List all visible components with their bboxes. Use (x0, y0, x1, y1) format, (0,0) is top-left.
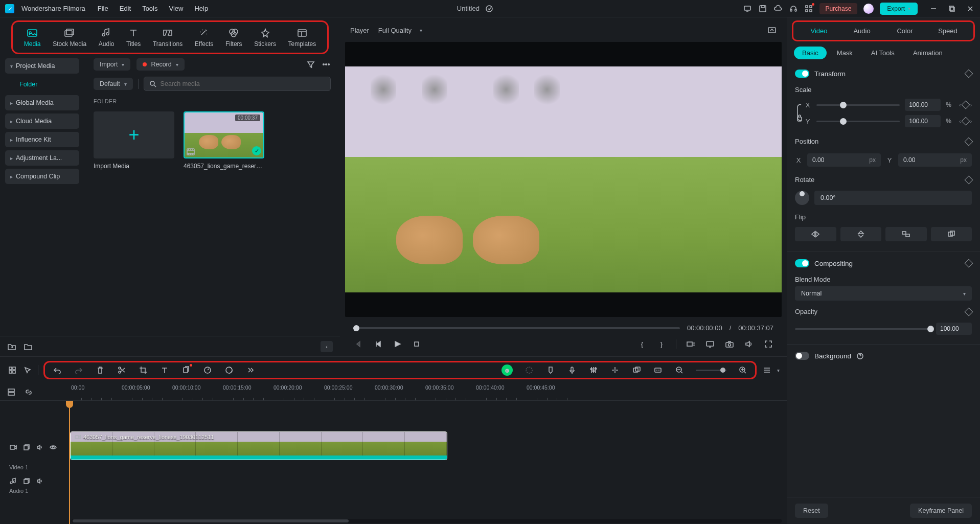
undo-button[interactable] (52, 365, 62, 375)
close-button[interactable] (966, 4, 975, 13)
tab-audio[interactable]: Audio (93, 25, 120, 50)
sidebar-item-adjustment-layer[interactable]: ▸Adjustment La... (5, 150, 79, 166)
zoom-slider[interactable] (696, 370, 726, 371)
save-icon[interactable] (758, 4, 767, 13)
new-bin-button[interactable] (24, 342, 33, 351)
menu-file[interactable]: File (98, 5, 108, 12)
zoom-in-button[interactable] (738, 365, 748, 375)
track-mute-icon[interactable] (36, 443, 44, 451)
timeline-link-icon[interactable] (24, 387, 34, 397)
timeline-scrollbar[interactable] (72, 519, 782, 523)
position-y-field[interactable]: 0.00px (898, 153, 972, 167)
track-visibility-icon[interactable] (49, 443, 57, 451)
sidebar-item-cloud-media[interactable]: ▸Cloud Media (5, 113, 79, 129)
timeline-view-chevron[interactable]: ▾ (777, 368, 780, 373)
subtab-animation[interactable]: Animation (905, 47, 951, 59)
rotate-keyframe-icon[interactable] (965, 175, 973, 184)
subtab-ai-tools[interactable]: AI Tools (863, 47, 903, 59)
export-button[interactable]: Export▾ (880, 3, 918, 15)
monitor-icon[interactable] (743, 4, 752, 13)
timeline-layers-icon[interactable] (6, 387, 16, 397)
stop-button[interactable] (412, 339, 422, 349)
play-button[interactable] (392, 339, 402, 349)
speed-button[interactable] (202, 365, 213, 375)
snapshot-button[interactable] (724, 339, 735, 349)
audio-track-duplicate-icon[interactable] (22, 477, 31, 485)
sidebar-item-global-media[interactable]: ▸Global Media (5, 95, 79, 110)
sidebar-item-compound-clip[interactable]: ▸Compound Clip (5, 169, 79, 184)
compositing-toggle[interactable] (795, 259, 809, 267)
step-back-button[interactable] (373, 339, 383, 349)
sidebar-item-project-media[interactable]: ▾Project Media (5, 58, 79, 74)
flip-copy-button[interactable] (931, 227, 972, 241)
scrub-bar[interactable] (353, 327, 680, 329)
delete-button[interactable] (95, 365, 105, 375)
opacity-keyframe-icon[interactable] (965, 307, 973, 316)
tab-templates[interactable]: Templates (282, 25, 322, 50)
tab-filters[interactable]: Filters (219, 25, 248, 50)
search-input[interactable] (161, 80, 325, 87)
sort-dropdown[interactable]: Default▾ (94, 78, 133, 90)
record-dropdown[interactable]: Record▾ (136, 58, 184, 71)
display-button[interactable] (705, 339, 715, 349)
sidebar-sub-folder[interactable]: Folder (5, 77, 79, 92)
fullscreen-button[interactable] (763, 339, 773, 349)
user-avatar[interactable] (863, 4, 874, 14)
audio-mixer-button[interactable] (588, 365, 599, 375)
timeline-select-icon[interactable] (22, 365, 33, 375)
transform-toggle[interactable] (795, 70, 809, 78)
opacity-slider[interactable] (795, 328, 931, 330)
tab-stock-media[interactable]: Stock Media (47, 25, 93, 50)
copy-button[interactable] (181, 365, 191, 375)
zoom-out-button[interactable] (674, 365, 685, 375)
cloud-sync-icon[interactable] (485, 4, 494, 13)
rotate-dial[interactable] (795, 191, 809, 205)
tab-stickers[interactable]: Stickers (248, 25, 282, 50)
compositing-keyframe-icon[interactable] (965, 259, 973, 268)
timeline-view-button[interactable] (762, 365, 772, 375)
flip-horizontal-button[interactable] (795, 227, 836, 241)
marker-button[interactable] (545, 365, 556, 375)
inspector-tab-color[interactable]: Color (883, 25, 926, 37)
prev-button[interactable] (353, 339, 363, 349)
reset-button[interactable]: Reset (795, 504, 828, 518)
tab-effects[interactable]: Effects (189, 25, 219, 50)
position-keyframe-icon[interactable] (965, 137, 973, 146)
tab-titles[interactable]: Titles (120, 25, 147, 50)
media-clip-tile[interactable]: 00:00:37 ✓ 463057_lions_game_reserve_... (184, 111, 264, 170)
menu-view[interactable]: View (169, 5, 183, 12)
cloud-icon[interactable] (773, 4, 783, 13)
keyframe-tl-button[interactable] (631, 365, 642, 375)
scale-y-keyframe-icon[interactable] (961, 117, 970, 126)
tab-transitions[interactable]: Transitions (147, 25, 189, 50)
more-menu-button[interactable] (322, 60, 331, 69)
redo-button[interactable] (74, 365, 84, 375)
player-viewport[interactable] (345, 42, 782, 317)
flip-both-button[interactable] (885, 227, 927, 241)
text-button[interactable] (159, 365, 170, 375)
transform-keyframe-icon[interactable] (965, 70, 973, 78)
background-toggle[interactable] (795, 352, 809, 360)
link-xy-icon[interactable] (796, 103, 803, 123)
tab-media[interactable]: Media (18, 25, 47, 50)
menu-help[interactable]: Help (194, 5, 208, 12)
voiceover-button[interactable] (567, 365, 577, 375)
caption-button[interactable] (653, 365, 663, 375)
inspector-tab-audio[interactable]: Audio (840, 25, 883, 37)
scale-y-field[interactable] (905, 115, 941, 127)
menu-tools[interactable]: Tools (142, 5, 157, 12)
import-dropdown[interactable]: Import▾ (94, 58, 130, 71)
timeline-grid-icon[interactable] (7, 365, 17, 375)
scale-x-field[interactable] (905, 99, 941, 111)
timeline-ruler[interactable]: 00:0000:00:05:0000:00:10:0000:00:15:0000… (69, 383, 787, 400)
apps-icon[interactable] (804, 4, 813, 13)
auto-beat-button[interactable] (610, 365, 620, 375)
split-button[interactable] (117, 365, 127, 375)
keyframe-panel-button[interactable]: Keyframe Panel (910, 504, 972, 518)
blend-mode-select[interactable]: Normal▾ (795, 286, 972, 301)
render-button[interactable] (524, 365, 534, 375)
inspector-tab-speed[interactable]: Speed (926, 25, 969, 37)
collapse-sidebar-button[interactable]: ‹ (321, 341, 333, 352)
scale-x-keyframe-icon[interactable] (961, 101, 970, 109)
subtab-mask[interactable]: Mask (829, 47, 861, 59)
